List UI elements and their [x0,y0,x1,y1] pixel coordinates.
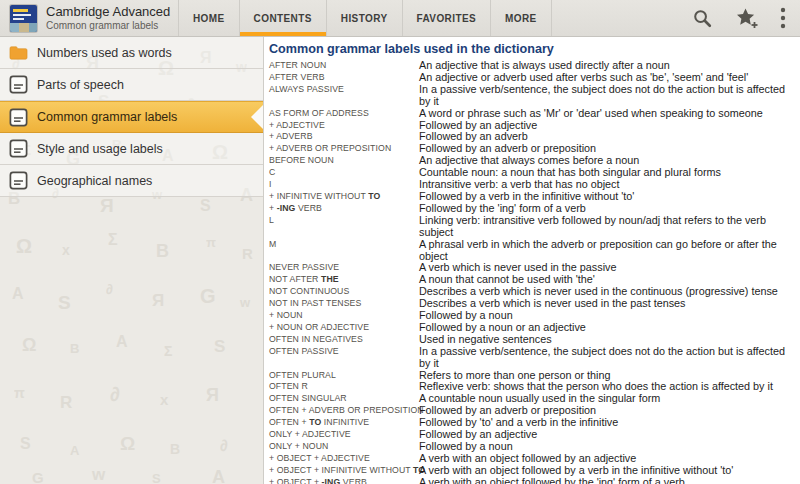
grammar-label: OFTEN R [269,381,419,393]
grammar-label-description: A word or phrase such as 'Mr' or 'dear' … [419,108,794,120]
sidebar-item-label: Common grammar labels [37,110,177,124]
grammar-label: ONLY + NOUN [269,441,419,453]
table-row: + OBJECT + INFINITIVE WITHOUT TOA verb w… [269,465,794,477]
content-pane[interactable]: Common grammar labels used in the dictio… [264,37,800,484]
sidebar-nav: Numbers used as wordsParts of speechComm… [0,37,263,197]
tab-home[interactable]: HOME [178,0,239,36]
grammar-label: M [269,239,419,251]
folder-icon [9,43,28,62]
document-icon [9,139,28,158]
table-row: OFTEN PASSIVEIn a passive verb/sentence,… [269,346,794,370]
page-title: Common grammar labels used in the dictio… [269,42,794,56]
grammar-label-description: Linking verb: intransitive verb followed… [419,215,794,239]
label-table: AFTER NOUNAn adjective that is always us… [269,60,794,484]
tab-favorites[interactable]: FAVORITES [402,0,491,36]
app-window: Cambridge Advanced Common grammar labels… [0,0,800,484]
table-row: LLinking verb: intransitive verb followe… [269,215,794,239]
app-title: Cambridge Advanced [46,5,170,20]
grammar-label-description: A verb with an object followed by the 'i… [419,477,794,484]
grammar-label: + ADJECTIVE [269,120,419,132]
action-bar-buttons [691,0,800,36]
grammar-label: + OBJECT + -ING VERB [269,477,419,484]
tab-more[interactable]: MORE [490,0,552,36]
table-row: + ADJECTIVEFollowed by an adjective [269,120,794,132]
sidebar-item-label: Style and usage labels [37,142,163,156]
main-area: ∂SЯaΩЯwAπSB∂xΣGRAΩB∂ЯwSAΩxΣBπRAS∂ЯGwΩBAΣ… [0,37,800,484]
grammar-label: OFTEN IN NEGATIVES [269,334,419,346]
grammar-label: AFTER VERB [269,72,419,84]
table-row: OFTEN IN NEGATIVESUsed in negative sente… [269,334,794,346]
grammar-label: OFTEN SINGULAR [269,393,419,405]
sidebar-item-geographical-names[interactable]: Geographical names [0,165,263,197]
table-row: NOT IN PAST TENSESDescribes a verb which… [269,298,794,310]
grammar-label: ALWAYS PASSIVE [269,84,419,96]
grammar-label: OFTEN + ADVERB OR PREPOSITION [269,405,419,417]
grammar-label: OFTEN PASSIVE [269,346,419,358]
grammar-label: NOT CONTINUOUS [269,286,419,298]
table-row: + -ING VERBFollowed by the 'ing' form of… [269,203,794,215]
table-row: MA phrasal verb in which the adverb or p… [269,239,794,263]
grammar-label-description: In a passive verb/sentence, the subject … [419,84,794,108]
grammar-label: I [269,179,419,191]
grammar-label-description: Used in negative sentences [419,334,794,346]
sidebar-item-common-grammar-labels[interactable]: Common grammar labels [0,101,263,133]
grammar-label: + ADVERB [269,131,419,143]
grammar-label: + OBJECT + ADJECTIVE [269,453,419,465]
document-icon [9,75,28,94]
grammar-label: BEFORE NOUN [269,155,419,167]
sidebar-item-parts-of-speech[interactable]: Parts of speech [0,69,263,101]
document-icon [9,171,28,190]
grammar-label: + NOUN [269,310,419,322]
overflow-menu-icon[interactable] [780,7,786,29]
sidebar: ∂SЯaΩЯwAπSB∂xΣGRAΩB∂ЯwSAΩxΣBπRAS∂ЯGwΩBAΣ… [0,37,264,484]
tab-history[interactable]: HISTORY [326,0,402,36]
search-icon[interactable] [691,7,714,30]
app-subtitle: Common grammar labels [46,20,170,32]
grammar-label-description: Followed by the 'ing' form of a verb [419,203,794,215]
grammar-label: AS FORM OF ADDRESS [269,108,419,120]
sidebar-item-label: Numbers used as words [37,46,172,60]
grammar-label: L [269,215,419,227]
grammar-label: + NOUN OR ADJECTIVE [269,322,419,334]
table-row: AS FORM OF ADDRESSA word or phrase such … [269,108,794,120]
grammar-label: C [269,167,419,179]
grammar-label: AFTER NOUN [269,60,419,72]
grammar-label-description: In a passive verb/sentence, the subject … [419,346,794,370]
grammar-label: OFTEN + TO INFINITIVE [269,417,419,429]
table-row: + OBJECT + -ING VERBA verb with an objec… [269,477,794,484]
grammar-label: NEVER PASSIVE [269,262,419,274]
sidebar-item-style-and-usage-labels[interactable]: Style and usage labels [0,133,263,165]
table-row: ONLY + ADJECTIVEFollowed by an adjective [269,429,794,441]
grammar-label-description: A verb with an object followed by a verb… [419,465,794,477]
grammar-label: OFTEN PLURAL [269,370,419,382]
grammar-label: + ADVERB OR PREPOSITION [269,143,419,155]
add-favorite-star-icon[interactable] [734,6,760,30]
grammar-label: NOT IN PAST TENSES [269,298,419,310]
grammar-label-description: A phrasal verb in which the adverb or pr… [419,239,794,263]
sidebar-item-label: Parts of speech [37,78,124,92]
grammar-label: NOT AFTER THE [269,274,419,286]
document-icon [9,108,28,127]
tab-bar: HOMECONTENTSHISTORYFAVORITESMORE [178,0,552,36]
app-cover-icon [10,5,37,32]
sidebar-item-label: Geographical names [37,174,152,188]
grammar-label: + -ING VERB [269,203,419,215]
grammar-label: ONLY + ADJECTIVE [269,429,419,441]
sidebar-item-numbers-used-as-words[interactable]: Numbers used as words [0,37,263,69]
grammar-label: + OBJECT + INFINITIVE WITHOUT TO [269,465,419,477]
table-row: ALWAYS PASSIVEIn a passive verb/sentence… [269,84,794,108]
action-bar: Cambridge Advanced Common grammar labels… [0,0,800,37]
app-title-group[interactable]: Cambridge Advanced Common grammar labels [0,0,178,36]
grammar-label: + INFINITIVE WITHOUT TO [269,191,419,203]
tab-contents[interactable]: CONTENTS [239,0,326,36]
